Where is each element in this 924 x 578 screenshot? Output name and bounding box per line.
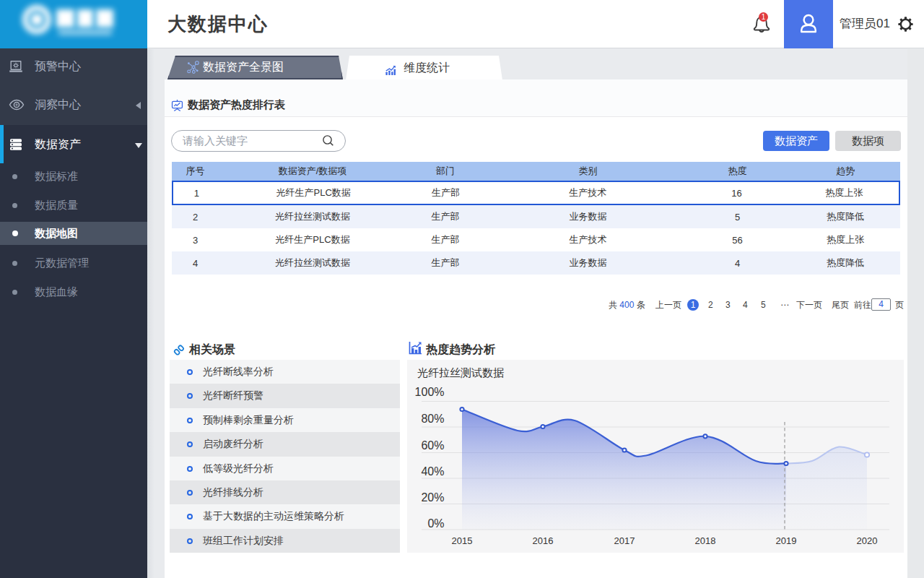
svg-text:2016: 2016	[533, 535, 554, 546]
svg-text:光纤拉丝测试数据: 光纤拉丝测试数据	[417, 366, 504, 379]
svg-text:20%: 20%	[421, 491, 444, 504]
svg-text:0%: 0%	[427, 517, 444, 530]
svg-text:40%: 40%	[421, 465, 444, 478]
svg-text:2019: 2019	[776, 535, 797, 546]
svg-text:60%: 60%	[421, 439, 444, 452]
svg-text:2015: 2015	[452, 535, 473, 546]
svg-text:2018: 2018	[695, 535, 716, 546]
svg-text:100%: 100%	[415, 386, 445, 398]
svg-text:80%: 80%	[421, 413, 444, 425]
svg-text:2020: 2020	[857, 535, 878, 546]
svg-text:2017: 2017	[614, 535, 635, 546]
